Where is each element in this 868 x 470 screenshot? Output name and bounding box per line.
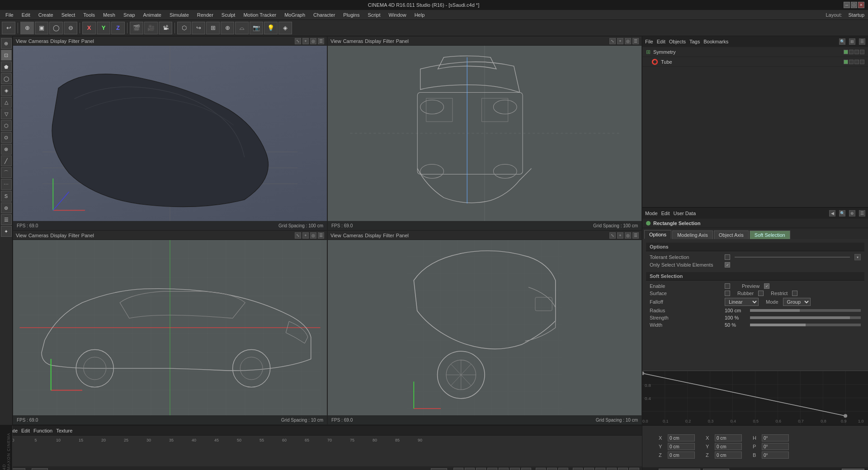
soft-enable-checkbox[interactable] xyxy=(725,283,730,289)
layout-value[interactable]: Startup xyxy=(847,12,866,18)
left-btn-7[interactable]: ▽ xyxy=(1,108,12,119)
y-size-input[interactable] xyxy=(715,443,742,450)
play-forward-button[interactable]: ▶▶ xyxy=(499,468,509,470)
vp-top-menu-cameras[interactable]: Cameras xyxy=(343,38,363,44)
go-end-button[interactable]: ⏭ xyxy=(521,468,531,470)
menu-sculpt[interactable]: Sculpt xyxy=(218,11,239,19)
b-input[interactable] xyxy=(762,451,789,459)
left-btn-17[interactable]: ✦ xyxy=(1,226,12,237)
tube-lock-1[interactable] xyxy=(854,60,859,64)
vp-menu-panel[interactable]: Panel xyxy=(81,38,94,44)
extrude-btn[interactable]: ⊞ xyxy=(206,22,220,34)
render-all-btn[interactable]: 📽 xyxy=(159,22,172,34)
soft-width-slider[interactable] xyxy=(750,324,861,326)
obj-menu-bookmarks[interactable]: Bookmarks xyxy=(703,39,728,44)
vp-right2-menu-display[interactable]: Display xyxy=(365,233,381,238)
left-btn-1[interactable]: ⊕ xyxy=(1,38,12,49)
camera-btn[interactable]: 📷 xyxy=(250,22,263,34)
vp-right-menu-cameras[interactable]: Cameras xyxy=(28,233,49,238)
x-pos-input[interactable] xyxy=(668,434,695,442)
obj-vis-2[interactable] xyxy=(849,50,854,54)
loop-button[interactable]: ↺ xyxy=(547,468,557,470)
keyframe-rot-btn[interactable]: ◎ xyxy=(595,468,605,470)
light-btn[interactable]: 💡 xyxy=(264,22,278,34)
left-btn-4[interactable]: ◯ xyxy=(1,73,12,84)
vp-top-icon-3[interactable]: ◎ xyxy=(625,38,631,44)
soft-surface-checkbox[interactable] xyxy=(725,291,730,296)
vp-right-menu-display[interactable]: Display xyxy=(50,233,66,238)
obj-lock-2[interactable] xyxy=(860,50,864,54)
vp-top-icon-1[interactable]: ⤡ xyxy=(609,38,616,44)
attr-settings[interactable]: ☰ xyxy=(859,210,865,216)
keyframe-dots-btn[interactable]: ⊞ xyxy=(629,468,639,470)
h-input[interactable] xyxy=(762,434,789,442)
obj-menu-edit[interactable]: Edit xyxy=(657,39,665,44)
x-axis-toggle[interactable]: X xyxy=(82,22,96,34)
btn-edit[interactable]: Edit xyxy=(21,428,30,433)
obj-menu-file[interactable]: File xyxy=(645,39,653,44)
vp-top-icon-4[interactable]: ☰ xyxy=(632,38,639,44)
vp-right-menu-filter[interactable]: Filter xyxy=(68,233,79,238)
vp-icon-3[interactable]: ◎ xyxy=(310,38,316,44)
spline-btn[interactable]: ⌓ xyxy=(235,22,249,34)
menu-file[interactable]: File xyxy=(2,11,17,19)
menu-render[interactable]: Render xyxy=(193,11,217,19)
soft-rubber-checkbox[interactable] xyxy=(758,291,764,296)
vp-top-menu-filter[interactable]: Filter xyxy=(383,38,394,44)
vp-menu-cameras[interactable]: Cameras xyxy=(28,38,49,44)
attr-pin[interactable]: ⊕ xyxy=(849,210,855,216)
obj-vis-1[interactable] xyxy=(844,50,848,54)
left-btn-13[interactable]: ⋯ xyxy=(1,179,12,190)
tab-object-axis[interactable]: Object Axis xyxy=(714,230,749,239)
left-btn-14[interactable]: S xyxy=(1,191,12,202)
help-button[interactable]: ? xyxy=(558,468,568,470)
left-btn-5[interactable]: ◈ xyxy=(1,85,12,96)
soft-radius-slider[interactable] xyxy=(750,309,861,312)
obj-menu-objects[interactable]: Objects xyxy=(669,39,686,44)
vp-right-icon-3[interactable]: ◎ xyxy=(310,232,316,239)
soft-mode-select[interactable]: Group Point Edge xyxy=(783,298,811,306)
vp-right-icon-1[interactable]: ⤡ xyxy=(295,232,301,239)
vp-menu-view[interactable]: View xyxy=(16,38,27,44)
vp-right-icon-2[interactable]: + xyxy=(302,232,309,239)
btn-texture[interactable]: Texture xyxy=(56,428,72,433)
left-btn-2[interactable]: ⊡ xyxy=(1,50,12,61)
viewport-perspective[interactable]: View Cameras Display Filter Panel ⤡ + ◎ … xyxy=(13,36,327,230)
cube-btn[interactable]: ⬡ xyxy=(177,22,191,34)
menu-plugins[interactable]: Plugins xyxy=(340,11,363,19)
render-active-btn[interactable]: 🎬 xyxy=(130,22,143,34)
obj-lock-1[interactable] xyxy=(854,50,859,54)
tube-lock-2[interactable] xyxy=(860,60,864,64)
left-btn-6[interactable]: △ xyxy=(1,97,12,108)
vp-right2-menu-cameras[interactable]: Cameras xyxy=(343,233,363,238)
soft-strength-slider[interactable] xyxy=(750,316,861,319)
left-btn-9[interactable]: ⊙ xyxy=(1,132,12,143)
close-button[interactable]: ✕ xyxy=(858,2,864,8)
p-input[interactable] xyxy=(762,443,789,450)
attr-menu-mode[interactable]: Mode xyxy=(645,211,658,216)
vp-right-menu-view[interactable]: View xyxy=(16,233,27,238)
left-btn-12[interactable]: ⌒ xyxy=(1,167,12,178)
y-pos-input[interactable] xyxy=(668,443,695,450)
vp-top-icon-2[interactable]: + xyxy=(617,38,623,44)
menu-snap[interactable]: Snap xyxy=(120,11,139,19)
play-backward-button[interactable]: ◀◀ xyxy=(476,468,486,470)
vp-icon-4[interactable]: ☰ xyxy=(318,38,324,44)
menu-create[interactable]: Create xyxy=(35,11,57,19)
box-tool[interactable]: ▣ xyxy=(35,22,48,34)
menu-select[interactable]: Select xyxy=(58,11,79,19)
play-button[interactable]: ▶ xyxy=(487,468,497,470)
menu-animate[interactable]: Animate xyxy=(140,11,165,19)
timeline-track[interactable] xyxy=(0,445,642,466)
soft-preview-checkbox[interactable]: ✓ xyxy=(764,283,769,289)
left-btn-11[interactable]: ╱ xyxy=(1,155,12,166)
obj-manager-search[interactable]: 🔍 xyxy=(839,38,845,45)
menu-mesh[interactable]: Mesh xyxy=(99,11,119,19)
obj-manager-settings[interactable]: ☰ xyxy=(859,38,865,45)
keyframe-pos-btn[interactable]: ▣ xyxy=(584,468,594,470)
tube-vis-2[interactable] xyxy=(849,60,854,64)
x-size-input[interactable] xyxy=(715,434,742,442)
vp-right2-menu-filter[interactable]: Filter xyxy=(383,233,394,238)
left-btn-15[interactable]: ⊚ xyxy=(1,202,12,213)
obj-menu-tags[interactable]: Tags xyxy=(689,39,700,44)
